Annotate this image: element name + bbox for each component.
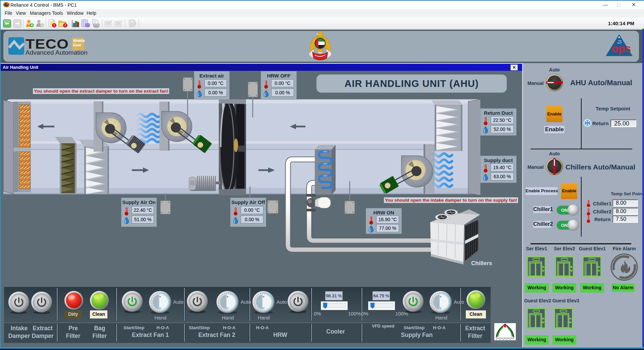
svg-text:ON: ON <box>561 208 568 213</box>
svg-text:ON: ON <box>561 223 568 228</box>
